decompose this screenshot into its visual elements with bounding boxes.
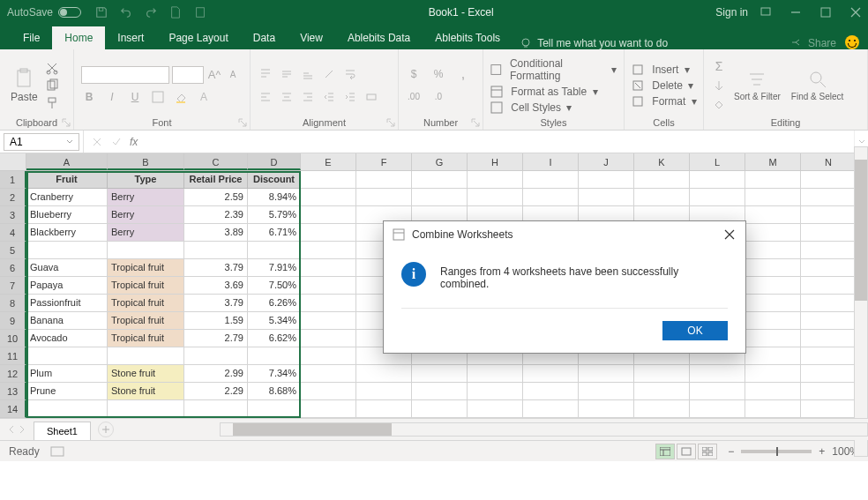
cell[interactable]: 7.50% [248, 277, 301, 295]
cell[interactable] [801, 312, 857, 330]
prev-sheet-icon[interactable] [7, 425, 16, 434]
cell[interactable] [745, 330, 801, 347]
cell[interactable] [523, 365, 579, 383]
cell[interactable]: Berry [108, 189, 184, 206]
cell[interactable] [301, 224, 356, 242]
row-header[interactable]: 1 [0, 171, 26, 189]
format-painter-icon[interactable] [45, 96, 59, 110]
cell[interactable] [579, 365, 634, 383]
row-header[interactable]: 7 [0, 277, 26, 295]
cell[interactable] [523, 189, 579, 206]
cell[interactable] [108, 242, 184, 259]
share-button[interactable]: Share [790, 37, 836, 49]
row-header[interactable]: 11 [0, 347, 26, 365]
cell[interactable]: Passionfruit [26, 295, 108, 312]
tab-ablebits-data[interactable]: Ablebits Data [335, 26, 423, 49]
dialog-launcher-icon[interactable] [61, 117, 71, 128]
cell[interactable]: Type [108, 171, 184, 189]
tab-insert[interactable]: Insert [105, 26, 156, 49]
cell[interactable] [301, 330, 356, 347]
italic-button[interactable]: I [104, 89, 120, 105]
cell[interactable] [745, 312, 801, 330]
scrollbar-thumb[interactable] [855, 160, 867, 301]
cell[interactable]: Retail Price [184, 171, 248, 189]
cell[interactable]: 2.79 [184, 330, 248, 347]
cell[interactable] [248, 347, 301, 365]
tab-page-layout[interactable]: Page Layout [156, 26, 240, 49]
cell[interactable] [745, 189, 801, 206]
orientation-button[interactable] [321, 66, 337, 82]
cell[interactable]: 8.68% [248, 383, 301, 400]
signin-link[interactable]: Sign in [715, 6, 748, 19]
underline-button[interactable]: U [127, 89, 143, 105]
cell[interactable] [745, 347, 801, 365]
align-left-button[interactable] [258, 89, 273, 105]
decrease-indent-button[interactable] [321, 89, 337, 105]
cell[interactable] [745, 171, 801, 189]
cancel-icon[interactable] [91, 136, 103, 148]
dialog-launcher-icon[interactable] [385, 117, 396, 128]
sort-filter-button[interactable]: Sort & Filter [730, 67, 784, 103]
cell[interactable]: 7.34% [248, 365, 301, 383]
cell[interactable] [801, 206, 857, 224]
cell[interactable]: 3.79 [184, 259, 248, 277]
cell[interactable] [468, 171, 523, 189]
decrease-font-button[interactable]: A [225, 67, 241, 83]
cell[interactable] [801, 400, 857, 418]
cell[interactable] [634, 171, 690, 189]
col-header[interactable]: N [801, 153, 857, 170]
cell[interactable] [301, 400, 356, 418]
cell[interactable] [801, 171, 857, 189]
cell[interactable] [523, 171, 579, 189]
align-right-button[interactable] [300, 89, 316, 105]
cell[interactable] [801, 189, 857, 206]
cell[interactable] [690, 189, 745, 206]
cell[interactable] [301, 242, 356, 259]
col-header[interactable]: M [745, 153, 801, 170]
cell-styles-button[interactable]: Cell Styles ▾ [490, 101, 617, 114]
clear-button[interactable] [711, 97, 727, 113]
font-name-input[interactable] [81, 66, 169, 84]
row-header[interactable]: 6 [0, 259, 26, 277]
cell[interactable]: Tropical fruit [108, 312, 184, 330]
cell[interactable] [108, 347, 184, 365]
cell[interactable]: 3.69 [184, 277, 248, 295]
dialog-launcher-icon[interactable] [237, 117, 248, 128]
cell[interactable] [468, 365, 523, 383]
scrollbar-thumb[interactable] [233, 423, 392, 436]
cell[interactable] [301, 171, 356, 189]
cell[interactable] [801, 295, 857, 312]
cell[interactable]: 5.34% [248, 312, 301, 330]
cell[interactable] [26, 400, 108, 418]
cell[interactable] [184, 347, 248, 365]
row-header[interactable]: 9 [0, 312, 26, 330]
cut-icon[interactable] [45, 61, 59, 75]
cell[interactable] [801, 383, 857, 400]
row-header[interactable]: 4 [0, 224, 26, 242]
format-cells-button[interactable]: Format ▾ [632, 95, 697, 108]
cell[interactable]: 5.79% [248, 206, 301, 224]
cell[interactable] [26, 347, 108, 365]
cell[interactable] [690, 171, 745, 189]
col-header[interactable]: F [356, 153, 412, 170]
fill-color-button[interactable] [173, 89, 189, 105]
cell[interactable] [690, 400, 745, 418]
cell[interactable]: 8.94% [248, 189, 301, 206]
row-header[interactable]: 10 [0, 330, 26, 347]
cell[interactable] [301, 259, 356, 277]
cell[interactable] [801, 277, 857, 295]
redo-icon[interactable] [145, 6, 157, 19]
dialog-close-button[interactable] [722, 228, 737, 242]
find-select-button[interactable]: Find & Select [788, 67, 847, 103]
align-middle-button[interactable] [279, 66, 295, 82]
row-header[interactable]: 14 [0, 400, 26, 418]
cell[interactable] [356, 365, 412, 383]
sheet-tab[interactable]: Sheet1 [34, 422, 91, 440]
tab-data[interactable]: Data [241, 26, 288, 49]
cell[interactable] [801, 330, 857, 347]
cell[interactable] [745, 295, 801, 312]
col-header[interactable]: B [108, 153, 184, 170]
col-header[interactable]: D [248, 153, 301, 170]
col-header[interactable]: J [579, 153, 634, 170]
vertical-scrollbar[interactable] [854, 146, 868, 457]
